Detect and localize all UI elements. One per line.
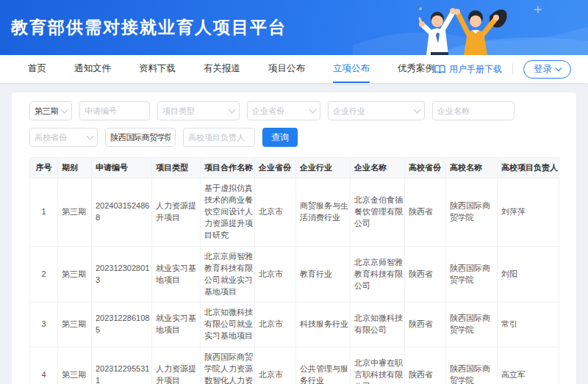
enterprise-industry-select-text: 企业行业 [333,106,412,117]
content-area: 第三期申请编号项目类型企业省份企业行业企业名称 高校省份陕西国际商贸学院高校项目… [0,83,588,384]
col-header-4: 项目类型 [152,158,201,178]
filter-period-select-text: 第三期 [35,106,59,117]
col-header-11: 高校项目负责人 [498,158,559,178]
search-button[interactable]: 查询 [262,128,298,147]
table-cell: 刘阳 [498,246,559,303]
college-province-select-text: 高校省份 [35,132,85,143]
nav-item-2[interactable]: 通知文件 [74,55,111,83]
college-name-input-text: 陕西国际商贸学院 [110,132,171,143]
college-leader-input[interactable]: 高校项目负责人 [183,128,255,147]
app-header: 教育部供需对接就业育人项目平台 [0,0,588,55]
project-type-select[interactable]: 项目类型 [157,101,240,120]
table-cell: 北京市 [255,178,296,247]
table-cell: 常引 [498,303,559,347]
col-header-10: 高校名称 [446,158,498,178]
college-leader-input-text: 高校项目负责人 [188,132,250,143]
table-cell: 公共管理与服务行业 [296,347,351,384]
table-row: 1第三期2024031524868人力资源提升项目基于虚拟仿真技术的商业餐饮空间… [30,178,559,247]
table-cell: 北京京师智雅教育科技有限公司就业实习基地项目 [201,246,255,303]
nav-item-5[interactable]: 项目公布 [268,55,305,83]
enterprise-province-select[interactable]: 企业省份 [247,101,320,120]
table-cell: 北京知微科技有限公司就业实习基地项目 [201,303,255,347]
chevron-down-icon [309,106,317,114]
table-cell: 2023122955311 [92,347,152,384]
enterprise-industry-select[interactable]: 企业行业 [328,101,425,120]
table-cell: 高立军 [498,347,559,384]
table-cell: 北京京师智雅教育科技有限公司 [351,246,405,303]
page-title: 教育部供需对接就业育人项目平台 [11,16,287,39]
enterprise-name-input-text: 企业名称 [437,106,509,117]
table-cell: 4 [30,347,58,384]
table-cell: 第三期 [58,303,92,347]
nav-items: 首页通知文件资料下载有关报道项目公布立项公布优秀案例 [28,55,434,83]
table-cell: 就业实习基地项目 [152,303,201,347]
nav-item-6[interactable]: 立项公布 [333,55,370,83]
table-cell: 就业实习基地项目 [152,246,201,303]
table-cell: 北京市 [255,303,296,347]
table-cell: 北京中睿在职言职科技有限公司 [351,347,405,384]
col-header-8: 企业名称 [351,158,405,178]
table-cell: 北京市 [255,347,296,384]
table-cell: 第三期 [58,246,92,303]
college-province-select[interactable]: 高校省份 [29,128,98,147]
main-nav: 首页通知文件资料下载有关报道项目公布立项公布优秀案例 用户手册下载 登录 [0,55,588,83]
manual-download-link[interactable]: 用户手册下载 [434,63,502,76]
table-cell: 2023122861085 [92,303,152,347]
nav-right: 用户手册下载 登录 [434,60,571,79]
nav-item-1[interactable]: 首页 [28,55,46,83]
table-cell: 人力资源提升项目 [152,178,201,247]
chevron-down-icon [61,106,68,114]
col-header-5: 项目合作名称 [201,158,255,178]
enterprise-name-input[interactable]: 企业名称 [432,101,514,120]
col-header-3: 申请编号 [92,158,152,178]
table-cell: 陕西国际商贸学院人力资源数智化人力资源培养 [201,347,255,384]
table-cell: 北京知微科技有限公司 [351,303,405,347]
application-no-input[interactable]: 申请编号 [79,101,150,120]
table-cell: 教育行业 [296,246,351,303]
table-cell: 商贸服务与生活消费行业 [296,178,351,247]
table-cell: 陕西省 [405,178,446,247]
nav-item-3[interactable]: 资料下载 [139,55,176,83]
login-label: 登录 [534,63,552,76]
enterprise-province-select-text: 企业省份 [252,106,307,117]
col-header-2: 期别 [58,158,92,178]
college-name-input[interactable]: 陕西国际商贸学院 [105,128,176,147]
filter-period-select[interactable]: 第三期 [29,101,72,120]
table-cell: 基于虚拟仿真技术的商业餐饮空间设计人力资源提升项目研究 [201,178,255,247]
table-cell: 陕西省 [405,303,446,347]
chevron-down-icon [229,106,236,114]
col-header-1: 序号 [30,158,58,178]
table-cell: 第三期 [58,178,92,247]
nav-divider [512,63,513,75]
application-no-input-text: 申请编号 [85,106,145,117]
filter-row-2-fields: 高校省份陕西国际商贸学院高校项目负责人 [29,128,255,147]
table-cell: 第三期 [58,347,92,384]
table-cell: 3 [30,303,58,347]
project-type-select-text: 项目类型 [162,106,226,117]
nav-item-4[interactable]: 有关报道 [204,55,240,83]
table-cell: 2 [30,246,58,303]
table-cell: 陕西国际商贸学院 [446,347,498,384]
filter-row-1: 第三期申请编号项目类型企业省份企业行业企业名称 [29,101,559,120]
table-row: 2第三期2023123028013就业实习基地项目北京京师智雅教育科技有限公司就… [30,246,559,303]
filter-row-2: 高校省份陕西国际商贸学院高校项目负责人 查询 [29,128,559,147]
col-header-9: 高校省份 [405,158,446,178]
table-cell: 陕西国际商贸学院 [446,303,498,347]
col-header-7: 企业行业 [296,158,351,178]
table-cell: 2023123028013 [92,246,152,303]
table-cell: 陕西国际商贸学院 [446,246,498,303]
book-icon [434,65,445,74]
nav-item-7[interactable]: 优秀案例 [398,55,434,83]
table-cell: 北京金伯食德餐饮管理有限公司 [351,178,405,247]
table-cell: 北京市 [255,246,296,303]
table-cell: 陕西省 [405,246,446,303]
table-cell: 科技服务行业 [296,303,351,347]
table-cell: 陕西国际商贸学院 [446,178,498,247]
table-cell: 人力资源提升项目 [152,347,201,384]
manual-download-label: 用户手册下载 [449,63,502,76]
login-button[interactable]: 登录 [523,60,571,79]
table-cell: 刘萍萍 [498,178,559,247]
chevron-down-icon [556,65,562,70]
header-illustration [353,0,588,55]
table-cell: 陕西省 [405,347,446,384]
